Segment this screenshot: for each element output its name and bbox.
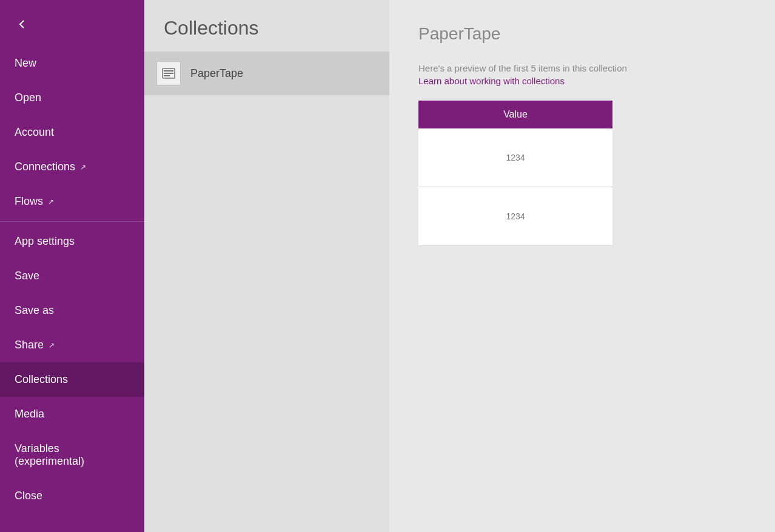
- page-title: Collections: [144, 0, 389, 52]
- sidebar-item-label: Connections: [15, 161, 75, 173]
- svg-rect-2: [164, 73, 173, 74]
- sidebar-item-label: App settings: [15, 235, 75, 248]
- preview-table: Value 1234 1234: [418, 101, 612, 246]
- table-header-value: Value: [418, 101, 612, 128]
- sidebar-item-label: Open: [15, 91, 41, 104]
- sidebar-item-media[interactable]: Media: [0, 397, 144, 431]
- sidebar-item-connections[interactable]: Connections ↗: [0, 150, 144, 184]
- sidebar-item-label: Close: [15, 490, 42, 502]
- sidebar-item-label: Share: [15, 339, 44, 351]
- sidebar-item-account[interactable]: Account: [0, 115, 144, 150]
- svg-rect-3: [164, 75, 170, 76]
- sidebar-item-open[interactable]: Open: [0, 81, 144, 115]
- sidebar-item-app-settings[interactable]: App settings: [0, 224, 144, 259]
- sidebar-divider: [0, 221, 144, 222]
- collection-item[interactable]: PaperTape: [144, 52, 389, 95]
- sidebar-item-label: Save: [15, 270, 39, 282]
- collections-panel: Collections PaperTape: [144, 0, 389, 532]
- external-link-icon: ↗: [48, 198, 54, 206]
- sidebar-item-variables[interactable]: Variables (experimental): [0, 431, 144, 479]
- sidebar-item-label: Media: [15, 408, 44, 421]
- sidebar-item-save[interactable]: Save: [0, 259, 144, 293]
- sidebar-item-collections[interactable]: Collections: [0, 362, 144, 397]
- sidebar-item-save-as[interactable]: Save as: [0, 293, 144, 328]
- external-link-icon: ↗: [80, 163, 86, 171]
- table-row: 1234: [418, 128, 612, 187]
- sidebar-item-label: Collections: [15, 373, 68, 386]
- external-link-icon: ↗: [49, 341, 55, 350]
- detail-title: PaperTape: [418, 24, 746, 44]
- collection-icon: [156, 61, 181, 85]
- sidebar-item-new[interactable]: New: [0, 46, 144, 81]
- table-cell-value: 1234: [418, 187, 612, 246]
- preview-text: Here's a preview of the first 5 items in…: [418, 63, 746, 73]
- sidebar-item-close[interactable]: Close: [0, 479, 144, 513]
- back-button[interactable]: [0, 0, 144, 46]
- sidebar-item-label: Save as: [15, 304, 54, 317]
- svg-rect-1: [164, 70, 173, 71]
- sidebar-item-flows[interactable]: Flows ↗: [0, 184, 144, 219]
- detail-panel: PaperTape Here's a preview of the first …: [389, 0, 775, 532]
- learn-link[interactable]: Learn about working with collections: [418, 76, 746, 86]
- sidebar: New Open Account Connections ↗ Flows ↗ A…: [0, 0, 144, 532]
- table-row: 1234: [418, 187, 612, 246]
- sidebar-item-label: New: [15, 57, 36, 70]
- collection-name: PaperTape: [190, 67, 243, 80]
- content-area: Collections PaperTape PaperTape Here's a…: [144, 0, 775, 532]
- table-cell-value: 1234: [418, 128, 612, 187]
- sidebar-item-share[interactable]: Share ↗: [0, 328, 144, 362]
- sidebar-item-label: Account: [15, 126, 54, 139]
- sidebar-item-label: Variables (experimental): [15, 442, 130, 468]
- sidebar-item-label: Flows: [15, 195, 43, 208]
